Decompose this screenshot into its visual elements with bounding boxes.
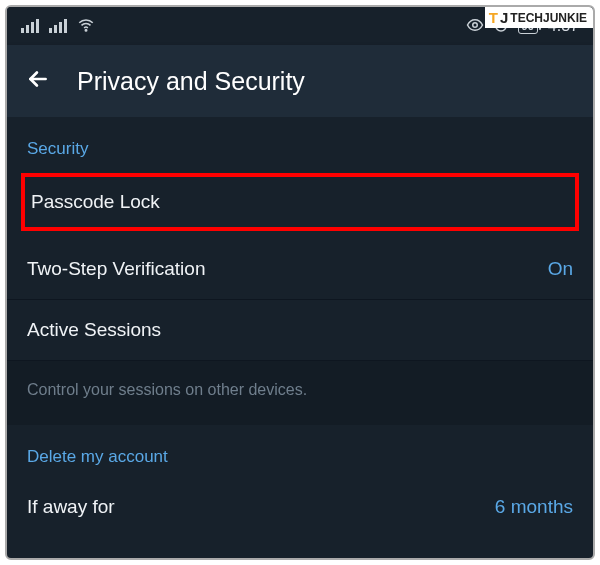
eye-icon xyxy=(466,16,484,37)
page-title: Privacy and Security xyxy=(77,67,305,96)
watermark-logo-j: J xyxy=(500,9,508,26)
wifi-icon xyxy=(77,16,95,37)
watermark-text: TECHJUNKIE xyxy=(510,11,587,25)
app-frame: TJ TECHJUNKIE 90 4:37 Privacy and Securi… xyxy=(5,5,595,560)
svg-point-1 xyxy=(472,22,477,27)
row-active-sessions[interactable]: Active Sessions xyxy=(7,300,593,360)
screen-header: Privacy and Security xyxy=(7,45,593,117)
svg-point-0 xyxy=(85,29,87,31)
watermark-logo-t: T xyxy=(489,9,498,26)
back-button[interactable] xyxy=(25,66,51,96)
active-sessions-label: Active Sessions xyxy=(27,319,161,341)
two-step-value: On xyxy=(548,258,573,280)
if-away-value: 6 months xyxy=(495,496,573,518)
signal-icon xyxy=(21,19,39,33)
row-if-away-for[interactable]: If away for 6 months xyxy=(7,477,593,537)
highlight-annotation: Passcode Lock xyxy=(21,173,579,231)
row-two-step-verification[interactable]: Two-Step Verification On xyxy=(7,239,593,300)
two-step-label: Two-Step Verification xyxy=(27,258,205,280)
watermark: TJ TECHJUNKIE xyxy=(485,7,593,28)
row-passcode-lock[interactable]: Passcode Lock xyxy=(25,177,575,227)
content: Security Passcode Lock Two-Step Verifica… xyxy=(7,117,593,537)
section-security-label: Security xyxy=(7,117,593,169)
passcode-lock-label: Passcode Lock xyxy=(31,191,160,213)
section-delete-label: Delete my account xyxy=(7,425,593,477)
sessions-description: Control your sessions on other devices. xyxy=(7,360,593,425)
if-away-label: If away for xyxy=(27,496,115,518)
signal-icon-2 xyxy=(49,19,67,33)
